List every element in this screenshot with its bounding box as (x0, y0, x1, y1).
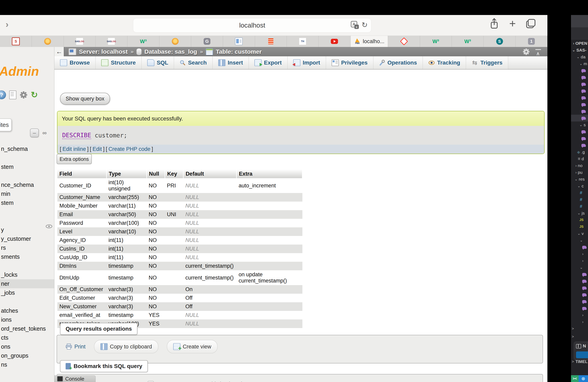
sidebar-item-stem[interactable]: stem (0, 198, 54, 207)
tab[interactable] (159, 36, 191, 47)
menu-tab-privileges[interactable]: Privileges (326, 56, 373, 69)
vscode-file-css[interactable]: # (571, 203, 588, 210)
sidebar-item-stem[interactable]: stem (0, 162, 54, 172)
create-view-button[interactable]: Create view (167, 340, 218, 353)
vscode-section-chevron-icon[interactable]: > (572, 327, 574, 331)
sidebar-item-_locks[interactable]: _locks (0, 270, 54, 279)
menu-tab-operations[interactable]: Operations (373, 56, 423, 69)
sidebar-item-min[interactable]: min (0, 190, 54, 198)
share-icon[interactable] (490, 18, 499, 29)
tab[interactable]: S (483, 36, 515, 47)
menu-tab-structure[interactable]: Structure (96, 56, 141, 69)
vscode-folder[interactable]: ⌄ (571, 237, 588, 244)
vscode-folder[interactable]: › (571, 257, 588, 264)
tab[interactable]: 1 (516, 36, 547, 47)
documentation-icon[interactable] (9, 91, 16, 99)
sidebar-item-_jobs[interactable]: _jobs (0, 288, 54, 297)
tab[interactable]: G (191, 36, 223, 47)
menu-tab-sql[interactable]: SQL (142, 56, 174, 69)
vscode-remote-indicator[interactable]: >< (571, 375, 579, 382)
sidebar-item-n_schema[interactable]: n_schema (0, 144, 54, 153)
edit-link-create-php-code[interactable]: Create PHP code (108, 146, 150, 152)
back-button[interactable]: ← (54, 47, 64, 56)
tab[interactable]: SASLOG (96, 36, 127, 47)
vscode-timeline-header[interactable]: > TIMEL (572, 360, 588, 364)
sidebar-item-on_groups[interactable]: on_groups (0, 351, 54, 360)
menu-tab-insert[interactable]: Insert (213, 56, 249, 69)
sidebar-chevron-icon[interactable]: › (6, 19, 9, 29)
vscode-folder[interactable]: ›OPEN (571, 40, 588, 47)
menu-tab-browse[interactable]: Browse (54, 56, 96, 69)
print-button[interactable]: Print (66, 344, 85, 350)
vscode-folder[interactable]: ⌄c (571, 183, 588, 190)
help-icon[interactable]: ? (0, 91, 6, 99)
vscode-file-php[interactable] (571, 291, 588, 298)
tab[interactable]: S (0, 36, 32, 47)
vscode-file-php[interactable] (571, 278, 588, 285)
eye-icon[interactable] (46, 224, 52, 228)
menu-tab-search[interactable]: Search (174, 56, 212, 69)
sidebar-item-ord_reset_tokens[interactable]: ord_reset_tokens (0, 324, 54, 333)
vscode-file-php[interactable] (571, 135, 588, 142)
translate-icon[interactable]: Ax (351, 21, 359, 29)
vscode-folder[interactable]: › (571, 312, 588, 319)
tab[interactable] (223, 36, 255, 47)
vscode-file-list[interactable]: ≡d (571, 155, 588, 162)
collapse-all-icon[interactable]: – (30, 129, 39, 137)
menu-tab-triggers[interactable]: ⇆Triggers (466, 56, 508, 69)
tab-active-phpmyadmin[interactable]: PMAlocalho... (351, 36, 388, 47)
vscode-file-js[interactable]: JS (571, 217, 588, 223)
tab[interactable]: W³ (452, 36, 483, 47)
refresh-icon[interactable]: ↻ (31, 91, 38, 99)
vscode-file-php[interactable] (571, 67, 588, 74)
sidebar-item-sments[interactable]: sments (0, 252, 54, 261)
vscode-folder[interactable]: ›no (571, 162, 588, 169)
vscode-file-php[interactable] (571, 298, 588, 305)
vscode-section-chevron-icon[interactable]: > (572, 335, 574, 339)
vscode-file-php[interactable] (571, 101, 588, 108)
vscode-folder[interactable]: ⌄res (571, 176, 588, 183)
notification-button[interactable] (576, 351, 588, 358)
tab-overview-icon[interactable] (526, 19, 535, 28)
sidebar-item-cts[interactable]: cts (0, 333, 54, 342)
vscode-file-php[interactable] (571, 285, 588, 291)
copy-to-clipboard-button[interactable]: Copy to clipboard (94, 340, 158, 353)
menu-tab-tracking[interactable]: Tracking (423, 56, 466, 69)
sidebar-item-atches[interactable]: atches (0, 306, 54, 315)
tab[interactable] (388, 36, 420, 47)
vscode-folder[interactable]: ⌄v (571, 230, 588, 237)
vscode-folder[interactable]: ⌄js (571, 210, 588, 217)
vscode-file-git[interactable]: ◆.g (571, 149, 588, 155)
vscode-file-php[interactable] (571, 88, 588, 94)
vscode-folder[interactable]: › (571, 319, 588, 325)
vscode-file-php[interactable] (571, 115, 588, 121)
vscode-file-css[interactable]: # (571, 196, 588, 203)
favorites-button[interactable]: rites (0, 118, 12, 131)
vscode-file-php[interactable] (571, 128, 588, 135)
tab[interactable]: W³ (420, 36, 452, 47)
vscode-file-php[interactable] (571, 142, 588, 149)
sidebar-item-ns[interactable]: ns (0, 360, 54, 369)
collapse-top-icon[interactable]: ∧ (535, 49, 542, 55)
vscode-status-errors[interactable]: ⊗ (579, 375, 588, 382)
sidebar-item-nce_schema[interactable]: nce_schema (0, 180, 54, 190)
bookmark-access-checkbox[interactable] (147, 381, 154, 382)
tab[interactable]: SASLOG (64, 36, 96, 47)
tab[interactable] (255, 36, 287, 47)
breadcrumb-server[interactable]: Server: localhost (79, 48, 127, 55)
vscode-folder[interactable]: ›pu (571, 169, 588, 176)
edit-link-edit-inline[interactable]: Edit inline (63, 146, 86, 152)
vscode-file-php[interactable] (571, 271, 588, 278)
vscode-file-css[interactable]: # (571, 190, 588, 196)
show-query-box-button[interactable]: Show query box (60, 93, 110, 105)
tab[interactable] (319, 36, 350, 47)
vscode-folder[interactable]: ⌄SAS- (571, 47, 588, 54)
vscode-file-php[interactable] (571, 244, 588, 250)
menu-tab-export[interactable]: Export (249, 56, 288, 69)
reload-icon[interactable]: ↻ (362, 21, 368, 29)
tab[interactable]: TH (287, 36, 319, 47)
vscode-folder[interactable]: › (571, 250, 588, 257)
settings-gear-icon[interactable] (20, 91, 28, 99)
vscode-folder[interactable]: ⌄ (571, 264, 588, 271)
console-toggle[interactable]: Console (54, 375, 96, 382)
